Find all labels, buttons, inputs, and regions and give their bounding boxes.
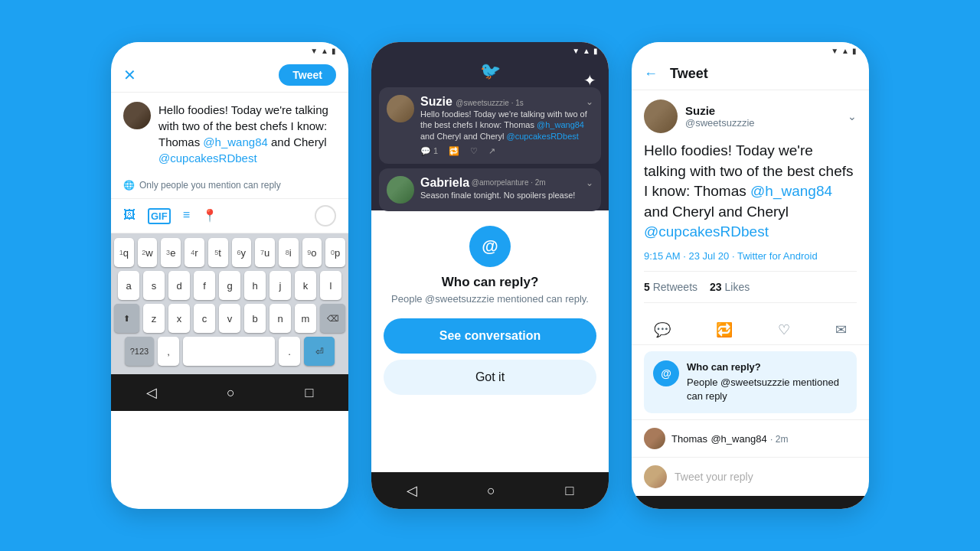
- who-reply-body: People @sweetsuzzzie mentioned can reply: [687, 376, 848, 403]
- reply-action[interactable]: 💬 1: [420, 146, 438, 156]
- key-7[interactable]: 7u: [255, 238, 275, 267]
- reply-action-btn[interactable]: 💬: [654, 321, 671, 338]
- retweet-action-btn[interactable]: 🔁: [716, 321, 733, 338]
- keyboard: 1q 2w 3e 4r 5t 6y 7u 8i 9o 0p a s d f g …: [111, 233, 348, 374]
- phone-detail: ▼ ▲ ▮ ← Tweet Suzie @sweetsuzzzie ⌄ Hell…: [632, 42, 869, 509]
- who-can-reply-sheet: @ Who can reply? People @sweetsuzzzie me…: [371, 210, 609, 472]
- row-zxcvbnm: ⬆ z x c v b n m ⌫: [114, 304, 345, 333]
- recents-nav-icon[interactable]: □: [305, 385, 313, 401]
- tweet-action-row: 💬 🔁 ♡ ✉: [632, 315, 869, 345]
- key-d[interactable]: d: [168, 271, 190, 300]
- key-f[interactable]: f: [194, 271, 215, 300]
- gabriela-tweet-card[interactable]: Gabriela @amorpelanture · 2m ⌄ Season fi…: [379, 168, 601, 211]
- list-icon[interactable]: ≡: [183, 208, 190, 224]
- like-action[interactable]: ♡: [470, 146, 478, 156]
- close-button[interactable]: ✕: [123, 66, 136, 84]
- home-nav-icon[interactable]: ○: [227, 385, 235, 401]
- suzie-avatar: [387, 95, 414, 122]
- reply-notice-text: Only people you mention can reply: [139, 180, 281, 191]
- sparkle-icon[interactable]: ✦: [583, 71, 596, 90]
- android-nav: ◁ ○ □: [111, 374, 348, 411]
- key-a[interactable]: a: [118, 271, 139, 300]
- share-action[interactable]: ↗: [488, 146, 495, 156]
- got-it-button[interactable]: Got it: [384, 360, 596, 395]
- mention-cupcakes: @cupcakesRDbest: [158, 152, 257, 165]
- mention-h-wang: @h_wang84: [203, 135, 267, 148]
- key-3[interactable]: 3e: [161, 238, 181, 267]
- suzie-tweet-card[interactable]: Suzie @sweetsuzzzie · 1s ⌄ Hello foodies…: [379, 87, 601, 164]
- compose-toolbar: 🖼 GIF ≡ 📍: [111, 199, 348, 233]
- reply-user-info: Thomas @h_wang84 · 2m: [671, 432, 788, 445]
- key-0[interactable]: 0p: [325, 238, 345, 267]
- and-cheryl-text: and Cheryl: [718, 204, 789, 220]
- tweet-actions: 💬 1 🔁 ♡ ↗: [420, 146, 593, 156]
- back-button[interactable]: ←: [644, 66, 658, 82]
- gabriela-name: Gabriela: [420, 176, 469, 190]
- key-4[interactable]: 4r: [185, 238, 204, 267]
- home-nav-icon-3[interactable]: ○: [747, 506, 756, 509]
- key-5[interactable]: 5t: [208, 238, 228, 267]
- key-m[interactable]: m: [295, 304, 316, 333]
- key-z[interactable]: z: [143, 304, 165, 333]
- key-c[interactable]: c: [194, 304, 215, 333]
- compose-area: Hello foodies! Today we're talking with …: [111, 93, 348, 175]
- key-v[interactable]: v: [219, 304, 240, 333]
- key-1[interactable]: 1q: [114, 238, 134, 267]
- retweet-action[interactable]: 🔁: [449, 146, 459, 156]
- key-6[interactable]: 6y: [232, 238, 252, 267]
- key-l[interactable]: l: [320, 271, 341, 300]
- row-asdfjkl: a s d f g h j k l: [114, 271, 345, 300]
- mention-hwang-detail: @h_wang84: [750, 183, 832, 199]
- android-nav-2: ◁ ○ □: [371, 472, 609, 509]
- key-9[interactable]: 9o: [302, 238, 322, 267]
- dark-feed-area: ▼ ▲ ▮ 🐦 ✦ Suzie @sweetsuzzzie · 1s ⌄ Hel…: [371, 42, 609, 210]
- key-h[interactable]: h: [244, 271, 266, 300]
- chevron-icon: ⌄: [586, 96, 593, 107]
- shift-key[interactable]: ⬆: [114, 304, 139, 333]
- key-2[interactable]: 2w: [138, 238, 158, 267]
- recents-nav-icon-2[interactable]: □: [565, 483, 573, 499]
- dm-action-btn[interactable]: ✉: [835, 321, 847, 338]
- tweet-body-detail: Hello foodies! Today we're talking with …: [644, 141, 857, 243]
- home-nav-icon-2[interactable]: ○: [487, 483, 495, 499]
- tweet-author-row: Suzie @sweetsuzzzie ⌄: [644, 99, 857, 133]
- battery-icon-3: ▮: [852, 47, 857, 55]
- backspace-key[interactable]: ⌫: [320, 304, 345, 333]
- return-key[interactable]: ⏎: [304, 337, 335, 366]
- tweet-button[interactable]: Tweet: [279, 64, 336, 86]
- gif-icon[interactable]: GIF: [148, 208, 171, 224]
- compose-text[interactable]: Hello foodies! Today we're talking with …: [158, 102, 336, 166]
- back-nav-icon-3[interactable]: ◁: [667, 506, 678, 509]
- key-k[interactable]: k: [295, 271, 316, 300]
- signal-icon: ▲: [321, 47, 328, 55]
- key-8[interactable]: 8i: [279, 238, 299, 267]
- key-s[interactable]: s: [143, 271, 165, 300]
- phone-compose: ▼ ▲ ▮ ✕ Tweet Hello foodies! Today we're…: [111, 42, 348, 509]
- mention-cupcakes-detail: @cupcakesRDbest: [644, 223, 769, 240]
- author-name: Suzie: [685, 104, 755, 117]
- key-j[interactable]: j: [270, 271, 291, 300]
- period-key[interactable]: .: [279, 337, 300, 366]
- back-nav-icon[interactable]: ◁: [146, 384, 157, 401]
- reply-input[interactable]: Tweet your reply: [675, 471, 753, 483]
- tweet-meta: 9:15 AM · 23 Jul 20 · Twitter for Androi…: [644, 250, 857, 272]
- and-text: and Cheryl: [463, 132, 506, 141]
- thomas-avatar: [644, 428, 665, 449]
- battery-icon: ▮: [332, 47, 336, 55]
- suzie-tweet-content: Suzie @sweetsuzzzie · 1s ⌄ Hello foodies…: [420, 95, 593, 156]
- image-icon[interactable]: 🖼: [123, 208, 136, 224]
- see-conversation-button[interactable]: See conversation: [384, 318, 596, 354]
- key-b[interactable]: b: [244, 304, 266, 333]
- key-x[interactable]: x: [168, 304, 190, 333]
- back-nav-icon-2[interactable]: ◁: [407, 482, 417, 499]
- location-icon[interactable]: 📍: [202, 208, 217, 224]
- key-n[interactable]: n: [270, 304, 291, 333]
- number-switch-key[interactable]: ?123: [125, 337, 154, 366]
- key-g[interactable]: g: [219, 271, 240, 300]
- like-action-btn[interactable]: ♡: [778, 321, 790, 338]
- at-icon-large: @: [469, 226, 511, 267]
- comma-key[interactable]: ,: [158, 337, 179, 366]
- space-key[interactable]: [183, 337, 275, 366]
- twitter-header: 🐦 ✦: [371, 55, 609, 87]
- recents-nav-icon-3[interactable]: □: [825, 506, 834, 509]
